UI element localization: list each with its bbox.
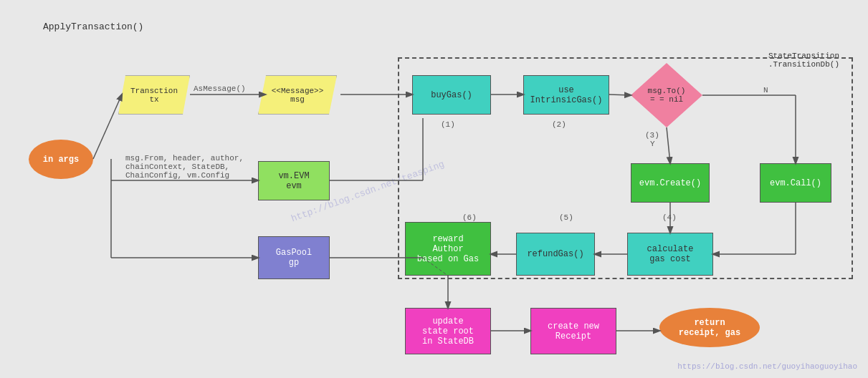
node-call: evm.Call() xyxy=(760,163,831,203)
label-n: N xyxy=(763,86,768,94)
label-asmessage: AsMessage() xyxy=(194,84,246,93)
label-y: Y xyxy=(650,140,655,148)
main-title: ApplyTransaction() xyxy=(43,21,143,32)
node-gaspool: GasPoolgp xyxy=(258,236,330,279)
node-refundgas: refundGas() xyxy=(516,233,595,276)
node-create: evm.Create() xyxy=(631,163,710,203)
node-return: returnreceipt, gas xyxy=(659,308,760,347)
watermark2: https://blog.csdn.net/guoyihaoguoyihao xyxy=(677,362,857,371)
node-tx: Transctiontx xyxy=(118,75,190,115)
label-step1: (1) xyxy=(441,120,455,129)
label-step2: (2) xyxy=(552,120,566,129)
node-calccost: calculategas cost xyxy=(627,233,713,276)
label-step5: (5) xyxy=(559,213,573,222)
label-step3: (3) xyxy=(645,131,659,140)
node-intrinsicgas: useIntrinsicGas() xyxy=(523,75,609,115)
node-receipt: create newReceipt xyxy=(530,308,616,354)
node-buygas: buyGas() xyxy=(412,75,491,115)
label-step4: (4) xyxy=(662,213,677,222)
node-reward: rewardAuthorbased on Gas xyxy=(405,222,491,276)
node-updatestate: updatestate rootin StateDB xyxy=(405,308,491,354)
node-evm: vm.EVMevm xyxy=(258,161,330,200)
node-inargs: in args xyxy=(29,140,93,179)
label-step6: (6) xyxy=(462,213,477,222)
diagram-container: ApplyTransaction() StateTransition.Trans… xyxy=(0,0,868,378)
node-msg: <<Message>>msg xyxy=(258,75,337,115)
label-msgfrom: msg.From, header, author,chainContext, S… xyxy=(125,154,244,180)
svg-line-0 xyxy=(93,94,122,159)
